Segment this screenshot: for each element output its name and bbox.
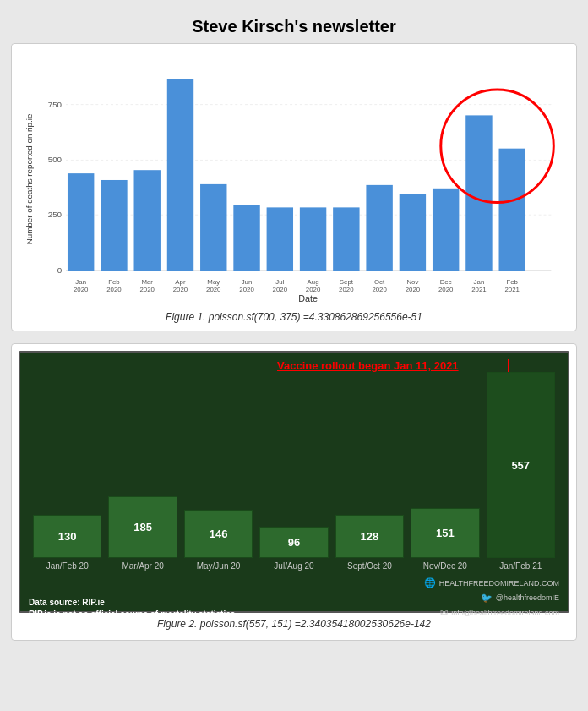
chart1-svg: Number of deaths reported on rip.ie 0 25…: [20, 52, 568, 306]
bar2-val-3: 96: [288, 536, 300, 549]
bar-feb2020: [101, 180, 127, 271]
svg-text:2020: 2020: [106, 286, 122, 293]
chart2-container: Vaccine rollout began Jan 11, 2021 130 J…: [11, 343, 577, 641]
bar2-group-janfeb21: 557 Jan/Feb 21: [487, 372, 555, 571]
svg-text:Aug: Aug: [308, 278, 319, 286]
bar2-val-6: 557: [511, 459, 530, 472]
svg-text:Oct: Oct: [374, 278, 385, 286]
bar-oct2020: [366, 185, 392, 271]
svg-text:Feb: Feb: [108, 278, 120, 286]
svg-text:2020: 2020: [239, 286, 254, 293]
chart2-inner: Vaccine rollout began Jan 11, 2021 130 J…: [19, 351, 569, 613]
svg-text:2020: 2020: [173, 286, 188, 293]
twitter-icon: 🐦: [481, 591, 493, 606]
bar2-val-4: 128: [361, 530, 379, 543]
bar2-janfeb20: 130: [33, 515, 101, 558]
svg-text:2020: 2020: [339, 286, 354, 293]
svg-text:Dec: Dec: [440, 278, 452, 286]
chart1-ylabel: Number of deaths reported on rip.ie: [24, 113, 34, 244]
svg-text:2021: 2021: [504, 286, 519, 293]
data-source-line1: Data source: RIP.ie: [29, 598, 105, 607]
bar2-label-3: Jul/Aug 20: [274, 561, 313, 571]
bar-may2020: [200, 184, 226, 271]
bar2-label-5: Nov/Dec 20: [423, 561, 467, 571]
svg-text:2020: 2020: [372, 286, 387, 293]
bar2-group-marapr20: 185 Mar/Apr 20: [108, 496, 177, 571]
svg-text:Jan: Jan: [75, 278, 86, 286]
bar2-mayjun20: 146: [184, 510, 253, 558]
bar2-group-mayjun20: 146 May/Jun 20: [184, 510, 253, 571]
bar2-septoct20: 128: [335, 515, 404, 558]
bar-mar2020: [134, 170, 161, 271]
bar2-janfeb21: 557: [487, 372, 555, 558]
chart1-circle-annotation: [441, 90, 554, 203]
svg-text:2020: 2020: [406, 286, 421, 293]
chart1-container: Number of deaths reported on rip.ie 0 25…: [11, 43, 577, 331]
bar2-val-0: 130: [58, 530, 77, 543]
chart2-footer: Data source: RIP.ie RIP.ie is not an off…: [29, 576, 559, 621]
page-title: Steve Kirsch's newsletter: [192, 17, 396, 36]
svg-text:Jul: Jul: [275, 278, 284, 286]
bar2-val-5: 151: [436, 527, 455, 539]
svg-text:2020: 2020: [206, 286, 221, 293]
bar2-group-septoct20: 128 Sept/Oct 20: [335, 515, 404, 571]
chart1-xlabel: Date: [298, 293, 318, 304]
svg-text:2021: 2021: [471, 286, 486, 293]
bar-feb2021: [499, 149, 525, 271]
svg-text:Jun: Jun: [242, 278, 253, 286]
svg-text:2020: 2020: [306, 286, 321, 293]
svg-text:2020: 2020: [74, 286, 89, 293]
svg-text:Jan: Jan: [474, 278, 485, 286]
vaccine-label: Vaccine rollout began Jan 11, 2021: [277, 359, 459, 372]
svg-text:500: 500: [48, 155, 63, 164]
bar2-novdec20: 151: [411, 508, 479, 558]
bar2-marapr20: 185: [108, 496, 177, 558]
svg-text:Nov: Nov: [406, 278, 418, 286]
bar2-label-1: Mar/Apr 20: [122, 561, 163, 571]
bar-apr2020: [167, 79, 193, 271]
bar-nov2020: [400, 194, 426, 271]
bar-jan2021: [466, 115, 492, 271]
data-source-line2: RIP.ie is not an official source of mort…: [29, 610, 235, 619]
bar-jan2020: [68, 173, 94, 271]
bar2-group-janfeb20: 130 Jan/Feb 20: [33, 515, 101, 571]
svg-text:Mar: Mar: [141, 278, 153, 286]
svg-text:2020: 2020: [438, 286, 454, 293]
svg-text:Feb: Feb: [506, 278, 518, 286]
logo-email: info@healthfreedomireland.com: [451, 607, 559, 619]
svg-text:May: May: [207, 278, 220, 286]
bar2-label-4: Sept/Oct 20: [347, 561, 392, 571]
bar-jun2020: [233, 205, 259, 271]
email-icon: ✉: [440, 605, 448, 621]
svg-text:Sept: Sept: [340, 278, 354, 286]
bar2-val-1: 185: [133, 521, 152, 533]
svg-text:Apr: Apr: [175, 278, 186, 286]
bar2-julaug20: 96: [259, 527, 328, 558]
bar-dec2020: [433, 189, 459, 271]
bar2-group-julaug20: 96 Jul/Aug 20: [259, 527, 328, 571]
bar2-label-2: May/Jun 20: [197, 561, 241, 571]
bar-sept2020: [333, 207, 359, 271]
svg-text:2020: 2020: [273, 286, 288, 293]
logo-site: HEALTHFREEDOMIRELAND.COM: [439, 577, 559, 589]
svg-text:2020: 2020: [139, 286, 155, 293]
logo-area: 🌐 HEALTHFREEDOMIRELAND.COM 🐦 @healthfree…: [424, 576, 559, 621]
svg-text:0: 0: [57, 265, 63, 275]
globe-icon: 🌐: [424, 576, 436, 591]
bar2-val-2: 146: [210, 528, 228, 540]
chart1-caption: Figure 1. poisson.sf(700, 375) =4.330862…: [20, 311, 568, 323]
logo-twitter: @healthfreedomIE: [496, 592, 559, 604]
bar2-group-novdec20: 151 Nov/Dec 20: [411, 508, 479, 571]
chart1-area: Number of deaths reported on rip.ie 0 25…: [20, 52, 568, 306]
svg-text:250: 250: [48, 210, 63, 219]
bar2-label-0: Jan/Feb 20: [46, 561, 89, 571]
bar-jul2020: [267, 207, 293, 271]
data-source: Data source: RIP.ie RIP.ie is not an off…: [29, 597, 235, 621]
bar-aug2020: [300, 207, 326, 271]
bar2-label-6: Jan/Feb 21: [499, 561, 542, 571]
svg-text:750: 750: [48, 100, 63, 109]
